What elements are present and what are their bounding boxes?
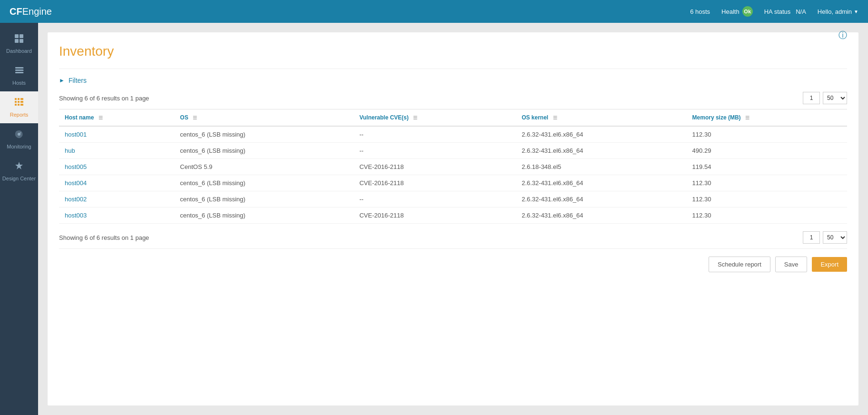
results-info-bottom: Showing 6 of 6 results on 1 page 1 50 25…: [59, 231, 847, 244]
host-link[interactable]: host002: [65, 196, 87, 203]
col-kernel-label: OS kernel: [522, 114, 548, 121]
help-icon[interactable]: ⓘ: [838, 30, 847, 41]
dashboard-icon: [14, 33, 24, 46]
table-row: host005CentOS 5.9CVE-2016-21182.6.18-348…: [59, 159, 847, 175]
svg-rect-1: [20, 34, 23, 38]
per-page-select-top[interactable]: 50 25 100: [823, 92, 847, 104]
filters-chevron-icon: ►: [59, 77, 65, 84]
cell-memory: 112.30: [687, 126, 847, 143]
cell-os: centos_6 (LSB missing): [174, 175, 354, 191]
main-content: Inventory ⓘ ► Filters Showing 6 of 6 res…: [38, 23, 868, 415]
save-button[interactable]: Save: [775, 257, 808, 272]
results-text-top: Showing 6 of 6 results on 1 page: [59, 95, 149, 102]
page-number-input-bottom[interactable]: 1: [803, 231, 820, 244]
ha-status-value: N/A: [796, 8, 806, 15]
cell-kernel: 2.6.32-431.el6.x86_64: [516, 143, 686, 159]
cell-os: centos_6 (LSB missing): [174, 143, 354, 159]
table-header: Host name ☰ OS ☰ Vulnerable CVE(s) ☰ OS …: [59, 109, 847, 127]
cell-memory: 112.30: [687, 191, 847, 208]
page-title: Inventory: [59, 44, 114, 59]
cell-kernel: 2.6.18-348.el5: [516, 159, 686, 175]
col-memory-filter-icon[interactable]: ☰: [745, 115, 750, 120]
svg-rect-14: [18, 101, 20, 103]
col-cve-label: Vulnerable CVE(s): [359, 114, 409, 121]
cell-cve: CVE-2016-2118: [354, 208, 516, 224]
sidebar-item-dashboard-label: Dashboard: [6, 48, 32, 54]
per-page-select-bottom[interactable]: 50 25 100: [823, 231, 847, 244]
svg-point-8: [22, 69, 24, 71]
col-hostname-filter-icon[interactable]: ☰: [99, 115, 103, 120]
svg-rect-12: [20, 98, 23, 100]
col-os-label: OS: [180, 114, 188, 121]
svg-rect-17: [18, 104, 20, 106]
cell-memory: 112.30: [687, 208, 847, 224]
sidebar-item-reports[interactable]: Reports: [0, 91, 38, 123]
inventory-table: Host name ☰ OS ☰ Vulnerable CVE(s) ☰ OS …: [59, 109, 847, 224]
cell-kernel: 2.6.32-431.el6.x86_64: [516, 191, 686, 208]
sidebar-item-monitoring[interactable]: Monitoring: [0, 123, 38, 155]
health-label: Health: [721, 8, 740, 15]
sidebar-item-dashboard[interactable]: Dashboard: [0, 28, 38, 59]
svg-rect-18: [20, 104, 23, 106]
table-row: host001centos_6 (LSB missing)--2.6.32-43…: [59, 126, 847, 143]
page-number-input-top[interactable]: 1: [803, 92, 820, 104]
monitoring-icon: [14, 129, 24, 142]
cell-kernel: 2.6.32-431.el6.x86_64: [516, 208, 686, 224]
svg-rect-4: [15, 67, 23, 69]
col-header-cve[interactable]: Vulnerable CVE(s) ☰: [354, 109, 516, 127]
user-menu[interactable]: Hello, admin ▼: [818, 8, 858, 15]
sidebar-item-design-center[interactable]: Design Center: [0, 155, 38, 187]
col-header-kernel[interactable]: OS kernel ☰: [516, 109, 686, 127]
table-row: host002centos_6 (LSB missing)--2.6.32-43…: [59, 191, 847, 208]
host-link[interactable]: host005: [65, 163, 87, 170]
host-link[interactable]: hub: [65, 147, 75, 154]
cell-cve: CVE-2016-2118: [354, 159, 516, 175]
col-header-hostname[interactable]: Host name ☰: [59, 109, 174, 127]
host-link[interactable]: host001: [65, 131, 87, 138]
sidebar-item-hosts[interactable]: Hosts: [0, 59, 38, 91]
cell-hostname: host005: [59, 159, 174, 175]
sidebar-item-monitoring-label: Monitoring: [7, 144, 31, 149]
sidebar-item-design-center-label: Design Center: [2, 176, 36, 181]
cell-kernel: 2.6.32-431.el6.x86_64: [516, 175, 686, 191]
host-link[interactable]: host004: [65, 179, 87, 187]
cell-cve: CVE-2016-2118: [354, 175, 516, 191]
col-header-os[interactable]: OS ☰: [174, 109, 354, 127]
sidebar: Dashboard Hosts: [0, 23, 38, 415]
cell-hostname: host003: [59, 208, 174, 224]
cell-kernel: 2.6.32-431.el6.x86_64: [516, 126, 686, 143]
cell-hostname: host001: [59, 126, 174, 143]
svg-marker-21: [15, 162, 23, 169]
table-body: host001centos_6 (LSB missing)--2.6.32-43…: [59, 126, 847, 224]
sidebar-item-hosts-label: Hosts: [12, 80, 26, 86]
results-info-top: Showing 6 of 6 results on 1 page 1 50 25…: [59, 92, 847, 104]
cell-memory: 490.29: [687, 143, 847, 159]
col-kernel-filter-icon[interactable]: ☰: [553, 115, 557, 120]
export-button[interactable]: Export: [812, 257, 847, 272]
col-hostname-label: Host name: [65, 114, 94, 121]
filters-label: Filters: [69, 77, 87, 84]
user-menu-caret: ▼: [854, 9, 858, 14]
col-os-filter-icon[interactable]: ☰: [193, 115, 197, 120]
action-bar: Schedule report Save Export: [59, 248, 847, 272]
cell-cve: --: [354, 143, 516, 159]
design-center-icon: [14, 161, 24, 174]
host-link[interactable]: host003: [65, 212, 87, 219]
col-cve-filter-icon[interactable]: ☰: [413, 115, 417, 120]
schedule-report-button[interactable]: Schedule report: [709, 257, 770, 272]
topnav-right: 6 hosts Health Ok HA status N/A Hello, a…: [690, 6, 858, 17]
svg-point-7: [22, 67, 24, 69]
table-row: host004centos_6 (LSB missing)CVE-2016-21…: [59, 175, 847, 191]
filters-toggle[interactable]: ► Filters: [59, 77, 847, 84]
cell-hostname: host004: [59, 175, 174, 191]
table-row: host003centos_6 (LSB missing)CVE-2016-21…: [59, 208, 847, 224]
content-panel: Inventory ⓘ ► Filters Showing 6 of 6 res…: [48, 32, 858, 405]
cell-memory: 119.54: [687, 159, 847, 175]
logo-cf: CF: [10, 6, 22, 17]
svg-rect-0: [15, 34, 19, 38]
hosts-count: 6 hosts: [690, 8, 710, 15]
col-header-memory[interactable]: Memory size (MB) ☰: [687, 109, 847, 127]
svg-rect-3: [20, 39, 23, 43]
svg-rect-2: [15, 39, 19, 43]
cell-os: centos_6 (LSB missing): [174, 191, 354, 208]
